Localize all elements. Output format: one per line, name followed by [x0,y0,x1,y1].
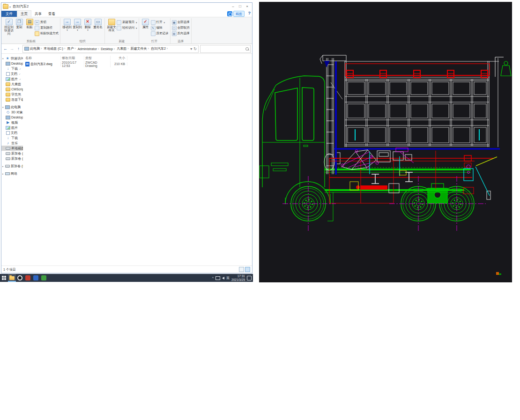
sidebar-item-this-pc[interactable]: ▾ 此电脑 [1,104,23,110]
breadcrumb-c-drive[interactable]: 本地磁盘 (C:) [44,46,66,51]
taskbar-app-2[interactable] [24,274,32,282]
column-size[interactable]: 大小 [111,56,127,60]
up-button[interactable]: ↑ [16,46,21,51]
sidebar-item-folder-3[interactable]: 字先凭 [1,92,23,97]
edit-button[interactable]: ✎ 编辑 [151,25,169,30]
breadcrumb-users[interactable]: 用户 [67,46,76,51]
display-tray-icon[interactable] [215,276,220,280]
copy-path-button[interactable]: 复制路径 [35,25,59,30]
forward-button[interactable]: → [9,46,15,51]
search-input[interactable] [200,45,251,53]
column-name[interactable]: 名称 [24,56,61,60]
sidebar-item-network[interactable]: ▸ 网络 [1,171,23,176]
this-pc-icon [5,105,10,109]
sidebar-item-volume-f[interactable]: ▸ 新加卷 (F:) [1,163,23,169]
cad-viewport[interactable] [259,2,512,282]
details-view-icon[interactable] [239,267,244,272]
breadcrumb-desktop[interactable]: Desktop [101,47,116,51]
thumbnail-view-icon[interactable] [245,267,250,272]
sidebar-item-downloads[interactable]: ↓ 下载 ✓ [1,66,23,71]
breadcrumb-folder2[interactable]: 新建文件夹 [131,46,150,51]
maximize-button[interactable]: □ [237,3,244,10]
bed-grid [345,58,499,147]
sidebar-item-pictures[interactable]: 图片 ✓ [1,76,23,81]
sidebar-item-videos[interactable]: ▶ 视频 [1,120,23,125]
column-type[interactable]: 类型 [84,56,111,60]
delete-button[interactable]: ✕ 删除 [82,18,93,31]
properties-button[interactable]: ✓ 属性 [141,18,151,29]
sidebar-item-local-disk-c[interactable]: 本地磁盘 (C:) [1,146,23,151]
pin-icon: ✓ [19,67,21,70]
sidebar-item-pc-pictures[interactable]: 图片 [1,125,23,130]
sidebar-item-music[interactable]: ♪ 音乐 [1,140,23,146]
copy-button[interactable]: ❐ 复制 [14,18,24,29]
chevron-right-icon[interactable]: ▸ [2,172,4,175]
paste-icon: ▤ [26,19,33,25]
sidebar-item-desktop[interactable]: Desktop ✓ [1,61,23,66]
sidebar-item-volume-d[interactable]: 新加卷 (D:) [1,151,23,156]
taskbar-app-4[interactable] [40,274,48,282]
tab-file[interactable]: 文件 [1,11,17,17]
select-all-button[interactable]: ▦ 全部选择 [172,20,190,25]
close-button[interactable]: × [244,3,251,10]
floating-capture-widget[interactable]: 截图 [227,11,245,17]
tab-view[interactable]: 查看 [45,11,59,17]
sidebar-item-folder-thunder[interactable]: 迅雷下载 [1,97,23,102]
move-to-button[interactable]: → 移动到 [62,18,72,31]
history-button[interactable]: 历史记录 [151,31,169,36]
help-icon[interactable]: ? [248,11,251,15]
file-type: ZWCAD Drawing [84,61,111,67]
taskbar-file-explorer[interactable] [8,274,16,282]
back-button[interactable]: ← [3,46,8,51]
open-button[interactable]: 打开 [151,20,169,25]
breadcrumb-current[interactable]: 自卸汽车2 [151,46,169,51]
select-none-button[interactable]: ▢ 全部取消 [172,25,190,30]
minimize-button[interactable]: – [230,3,237,10]
hidden-icons-chevron[interactable]: ^ [212,276,214,280]
sidebar-item-folder-cmscript[interactable]: CMScript [1,87,23,92]
copy-to-button[interactable]: → 复制到 [72,18,82,31]
paste-button[interactable]: ▤ 粘贴 [24,18,35,29]
new-folder-button[interactable]: 新建文件夹 [106,18,117,32]
taskbar-app-3[interactable] [32,274,40,282]
start-button[interactable] [0,274,8,282]
sidebar-item-pc-downloads[interactable]: ↓ 下载 [1,135,23,140]
titlebar[interactable]: ▾ 自卸汽车2 – □ × [1,3,252,10]
sidebar-item-pc-documents[interactable]: 文档 [1,130,23,135]
breadcrumb-administrator[interactable]: Administrator [78,47,100,51]
address-bar[interactable]: 此电脑 本地磁盘 (C:) 用户 Administrator Desktop 凡… [22,45,199,53]
sidebar-item-3d-objects[interactable]: ◇ 3D 对象 [1,110,23,115]
chevron-right-icon[interactable]: ▸ [2,165,4,168]
taskbar-app-1[interactable] [16,274,24,282]
sidebar-item-quick-access[interactable]: ▾ ★ 快速访问 [1,56,23,61]
easy-access-button[interactable]: 轻松访问 [117,25,137,30]
pin-to-quick-access-button[interactable]: ✓ 固定到快速访问 [4,18,14,35]
paste-shortcut-button[interactable]: 粘贴快捷方式 [35,31,59,36]
volume-icon[interactable] [222,277,224,280]
rename-button[interactable]: ▭ 重命名 [93,18,103,29]
quick-access-toolbar[interactable]: ▾ [3,4,11,9]
refresh-icon[interactable]: ↻ [193,47,197,51]
group-label-organize: 组织 [62,39,103,44]
chevron-down-icon[interactable]: ▾ [2,57,4,60]
taskbar-clock[interactable]: 17:31 2021/3/25 [231,274,245,281]
file-row[interactable]: 自卸汽车2.dwg 2010/1/17 12:53 ZWCAD Drawing … [24,61,252,67]
invert-selection-button[interactable]: ▧ 反向选择 [172,31,190,36]
capture-tool-label[interactable]: 截图 [233,11,245,17]
address-dropdown-icon[interactable]: ▾ [190,47,192,51]
breadcrumb-this-pc[interactable]: 此电脑 [30,46,43,51]
action-center-icon[interactable] [247,276,252,280]
chevron-down-icon[interactable]: ▾ [2,106,4,109]
sidebar-item-folder-fansutu[interactable]: 凡素图 [1,81,23,87]
new-item-button[interactable]: 新建项目 [117,20,137,25]
tab-home[interactable]: 主页 [17,10,31,17]
sidebar-item-volume-e[interactable]: 新加卷 (E:) [1,156,23,161]
tab-share[interactable]: 共享 [31,11,45,17]
sidebar-item-pc-desktop[interactable]: Desktop [1,115,23,120]
breadcrumb-folder1[interactable]: 凡素图 [117,46,129,51]
column-modified[interactable]: 修改日期 [61,56,84,60]
input-method-indicator[interactable]: 英 [226,276,230,280]
cut-button[interactable]: ✂ 剪切 [35,20,59,25]
qat-customize-icon[interactable]: ▾ [9,5,11,8]
sidebar-item-documents[interactable]: 文档 ✓ [1,71,23,76]
